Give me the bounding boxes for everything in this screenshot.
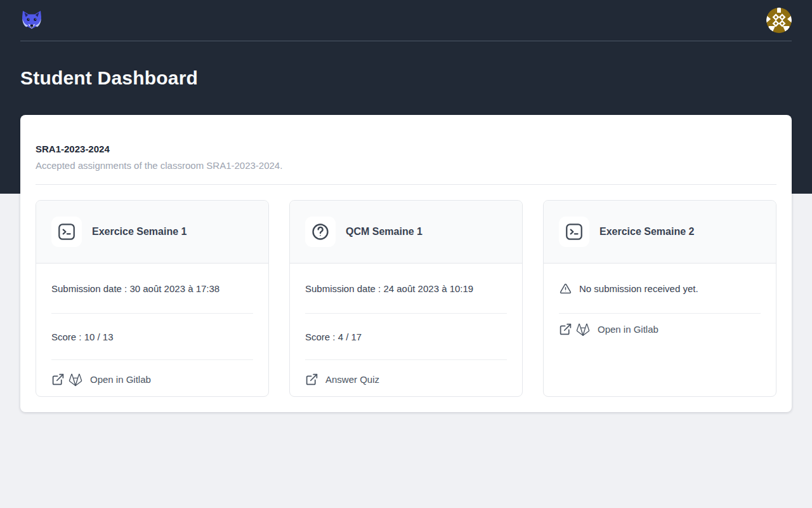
gitlab-tanuki-icon xyxy=(68,373,83,387)
external-link-icon xyxy=(559,323,572,336)
assignment-title: Exercice Semaine 2 xyxy=(599,226,694,237)
submission-date: Submission date : 24 août 2023 à 10:19 xyxy=(290,264,522,313)
classroom-panel: SRA1-2023-2024 Accepted assignments of t… xyxy=(20,115,792,412)
card-body: No submission received yet. Open in Gitl… xyxy=(544,264,776,396)
assignment-card-exercice-semaine-2: Exercice Semaine 2 No submission receive… xyxy=(543,200,776,397)
terminal-icon xyxy=(559,217,589,247)
score: Score : 10 / 13 xyxy=(36,314,268,359)
terminal-icon xyxy=(51,217,82,247)
card-body: Submission date : 30 août 2023 à 17:38 S… xyxy=(36,264,268,397)
assignment-title: Exercice Semaine 1 xyxy=(92,226,187,237)
classroom-title: SRA1-2023-2024 xyxy=(36,144,776,154)
card-header: Exercice Semaine 2 xyxy=(544,201,776,264)
open-in-gitlab-link[interactable]: Open in Gitlab xyxy=(36,360,268,397)
answer-quiz-link[interactable]: Answer Quiz xyxy=(290,360,522,397)
gitlab-tanuki-icon xyxy=(575,323,591,337)
no-submission-row: No submission received yet. xyxy=(544,264,776,313)
external-link-icon xyxy=(305,373,318,386)
assignment-title: QCM Semaine 1 xyxy=(346,226,422,237)
assignment-cards-grid: Exercice Semaine 1 Submission date : 30 … xyxy=(36,200,776,397)
warning-triangle-icon xyxy=(559,282,572,295)
classroom-subtitle: Accepted assignments of the classroom SR… xyxy=(36,160,776,171)
assignment-card-qcm-semaine-1: QCM Semaine 1 Submission date : 24 août … xyxy=(289,200,523,397)
score: Score : 4 / 17 xyxy=(290,314,522,359)
page-title: Student Dashboard xyxy=(20,67,792,90)
card-header: QCM Semaine 1 xyxy=(290,201,522,264)
card-body: Submission date : 24 août 2023 à 10:19 S… xyxy=(290,264,522,397)
open-in-gitlab-link[interactable]: Open in Gitlab xyxy=(544,314,776,345)
navbar xyxy=(20,0,792,41)
card-header: Exercice Semaine 1 xyxy=(36,201,268,264)
panel-divider xyxy=(36,184,776,185)
submission-date: Submission date : 30 août 2023 à 17:38 xyxy=(36,264,268,313)
assignment-card-exercice-semaine-1: Exercice Semaine 1 Submission date : 30 … xyxy=(36,200,269,397)
user-avatar[interactable] xyxy=(766,8,792,33)
link-label: Open in Gitlab xyxy=(90,374,151,385)
external-link-icon xyxy=(51,373,65,386)
circle-question-icon xyxy=(305,217,336,247)
link-label: Open in Gitlab xyxy=(598,324,658,335)
warning-text: No submission received yet. xyxy=(579,283,698,294)
fox-logo-icon[interactable] xyxy=(20,9,43,32)
link-label: Answer Quiz xyxy=(325,374,379,385)
